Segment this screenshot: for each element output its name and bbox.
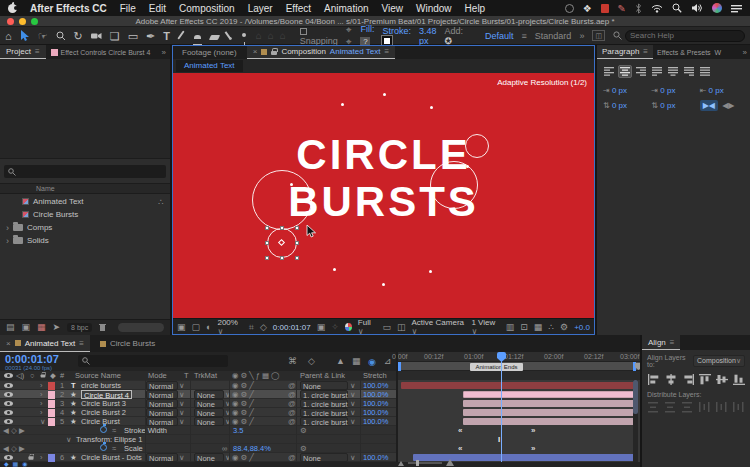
project-item-solids[interactable]: › Solids [0,234,170,247]
current-time-display[interactable]: 0:00:01:07 [5,353,59,365]
tab-effect-controls[interactable]: Effect Controls Circle Burst 4 [46,49,156,56]
eye-icon[interactable] [4,417,13,426]
panel-menu-icon[interactable]: ≡ [670,338,675,347]
menu-composition[interactable]: Composition [179,3,235,14]
tab-paragraph[interactable]: Paragraph≡ [597,45,653,59]
work-area-start-handle[interactable] [398,362,401,371]
index-column-header[interactable]: # [60,371,64,380]
brush-tool[interactable] [178,27,185,45]
keyframe-icon[interactable]: « [458,426,462,435]
bluetooth-icon[interactable] [635,3,642,14]
status-red-icon[interactable] [601,4,609,13]
project-column-header[interactable]: Name [0,183,170,194]
timeline-button-icon[interactable]: ▦ [534,323,543,332]
volume-icon[interactable] [691,3,703,13]
project-scroll-pill[interactable] [118,323,164,332]
trkmat-select[interactable]: None [194,390,224,399]
snapshot-icon[interactable]: ▣ [317,323,326,332]
menu-edit[interactable]: Edit [149,3,166,14]
next-keyframe-icon[interactable]: ▶ [19,426,25,435]
selection-handle[interactable] [295,226,299,230]
twirl-icon[interactable]: › [40,399,43,408]
workspace-default[interactable]: Default [485,31,514,41]
timeline-search-input[interactable] [93,356,224,366]
composition-mini-flowchart-icon[interactable]: ⌘ [288,357,297,366]
resolution-select[interactable]: Full ∨ [358,318,377,336]
draft-3d-icon[interactable]: ◇ [308,357,315,366]
layer-row-circle-burst-dots[interactable]: › 6 ★ Circle Burst - Dots Normal ∨ None … [0,453,640,462]
prev-keyframe-icon[interactable]: ◀ [3,426,9,435]
group-name[interactable]: Transform: Ellipse 1 [76,435,142,444]
menu-window[interactable]: Window [416,3,452,14]
panel-menu-icon[interactable]: ≡ [384,47,389,56]
pen-tool[interactable]: ✒ [146,27,155,45]
layer-name[interactable]: Circle Burst 2 [81,408,126,417]
stretch-value[interactable]: 100.0% [363,390,388,399]
stroke-control[interactable]: Stroke: [382,26,411,46]
layer-switches[interactable]: ◉⚙╱ [232,390,256,399]
prev-keyframe-icon[interactable]: ◀ [3,444,9,453]
timeline-zoom-slider[interactable] [408,462,442,464]
align-top-button[interactable] [697,372,712,386]
layer-switches[interactable]: ◉⚙╱ [232,417,256,426]
distribute-left-button[interactable] [697,400,712,414]
group-row-transform-ellipse[interactable]: ∨ Transform: Ellipse 1 I [0,435,640,444]
timeline-tab-circle-bursts[interactable]: Circle Bursts [90,339,165,348]
ltr-direction-button[interactable]: ▶◀ [700,100,718,111]
twirl-icon[interactable]: › [6,236,9,246]
fast-previews-icon[interactable]: ⊡ [520,323,528,332]
snapping-checkbox[interactable]: Snapping [300,26,338,46]
sync-settings-icon[interactable]: ◫ [592,30,605,41]
home-tool[interactable]: ⌂ [5,27,12,45]
selection-handle[interactable] [295,256,299,260]
align-horizontal-center-button[interactable] [663,372,678,386]
exposure-value[interactable]: +0.0 [574,323,590,332]
transparency-grid-icon[interactable]: ◫ [397,323,406,332]
zoom-out-icon[interactable] [398,460,404,466]
wifi-icon[interactable] [651,4,663,13]
show-snapshot-icon[interactable]: ✧ [331,323,339,332]
trkmat-column-header[interactable]: TrkMat [194,371,217,380]
parent-select[interactable]: None [300,381,348,390]
align-center-text-button[interactable] [618,65,632,78]
justify-all-button[interactable] [698,65,712,78]
stopwatch-icon[interactable] [100,444,107,453]
pick-whip-icon[interactable]: ⚙ [300,426,307,435]
rtl-direction-button[interactable]: ◀▶ [720,100,736,111]
column-divider[interactable] [360,371,361,462]
justify-last-center-button[interactable] [666,65,680,78]
pick-whip-icon[interactable]: @ [288,417,296,426]
tab-composition-animated-text[interactable]: × Composition Animated Text ≡ [247,45,395,59]
stretch-value[interactable]: 100.0% [363,453,388,462]
blend-mode-select[interactable]: Normal [146,381,178,390]
twirl-icon-expanded[interactable]: ∨ [66,435,72,444]
pan-behind-tool[interactable]: ❏ [110,27,120,45]
project-item-animated-text[interactable]: Animated Text ∴ [0,195,170,208]
stretch-value[interactable]: 100.0% [363,381,388,390]
stopwatch-icon[interactable] [100,426,107,435]
align-left-button[interactable] [646,372,661,386]
right-indent-field[interactable]: ⇤ 0 px [700,86,744,95]
add-keyframe-icon[interactable]: ◇ [11,444,17,453]
project-item-comps[interactable]: › Comps [0,221,170,234]
timeline-tab-animated-text[interactable]: × Animated Text ≡ [0,335,90,352]
lock-icon[interactable] [271,51,277,55]
distribute-horizontal-center-button[interactable] [714,400,729,414]
motion-blur-icon[interactable]: ◉ [368,357,376,367]
burst-circle-large[interactable] [252,170,312,230]
menu-view[interactable]: View [382,3,404,14]
mask-visibility-icon[interactable]: ◇ [260,323,267,332]
close-tab-icon[interactable]: × [253,47,258,56]
project-item-circle-bursts[interactable]: Circle Bursts [0,208,170,221]
notification-center-icon[interactable] [731,4,742,13]
layer-row-circle-burst-1[interactable]: ∨ 5 ★ Circle Burst Normal ∨ None ∨ ◉⚙╱ @… [0,417,640,426]
twirl-icon[interactable]: › [6,223,9,233]
align-right-text-button[interactable] [634,65,648,78]
panel-menu-icon[interactable]: ≡ [79,339,84,348]
left-indent-field[interactable]: ⇥ 0 px [603,86,647,95]
stroke-width-value[interactable]: 3.48 px [419,26,437,46]
doc-tab-animated-text[interactable]: Animated Text [176,60,243,72]
work-area-bar[interactable]: Animation Ends [398,362,640,371]
blend-mode-select[interactable]: Normal [146,390,178,399]
twirl-icon[interactable]: › [40,390,43,399]
